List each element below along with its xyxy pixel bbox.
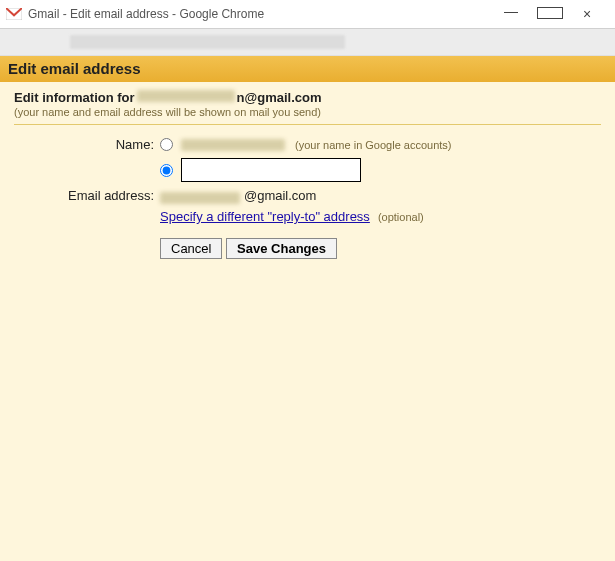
name-use-custom-radio[interactable] xyxy=(160,164,173,177)
page-header: Edit email address xyxy=(0,56,615,82)
window-titlebar: Gmail - Edit email address - Google Chro… xyxy=(0,0,615,29)
edit-info-line: Edit information for n@gmail.com xyxy=(14,90,601,105)
custom-name-input[interactable] xyxy=(181,158,361,182)
redacted-email-user xyxy=(137,90,235,102)
edit-info-prefix: Edit information for xyxy=(14,90,135,105)
edit-info-email-suffix: n@gmail.com xyxy=(237,90,322,105)
save-changes-button[interactable]: Save Changes xyxy=(226,238,337,259)
gmail-icon xyxy=(6,8,22,20)
name-use-google-radio[interactable] xyxy=(160,138,173,151)
window-title: Gmail - Edit email address - Google Chro… xyxy=(28,7,499,21)
browser-toolbar xyxy=(0,29,615,56)
page-title: Edit email address xyxy=(8,60,141,77)
cancel-button[interactable]: Cancel xyxy=(160,238,222,259)
section-separator xyxy=(14,124,601,125)
name-field-label: Name: xyxy=(14,137,154,152)
reply-to-optional-hint: (optional) xyxy=(378,211,424,223)
window-minimize-button[interactable] xyxy=(499,6,523,22)
google-account-name-redacted xyxy=(181,139,285,151)
window-maximize-button[interactable] xyxy=(537,6,561,22)
email-user-redacted xyxy=(160,192,240,204)
email-field-label: Email address: xyxy=(14,188,154,203)
edit-info-hint: (your name and email address will be sho… xyxy=(14,106,601,118)
email-static-suffix: @gmail.com xyxy=(244,188,316,203)
window-close-button[interactable]: × xyxy=(575,6,599,22)
specify-reply-to-link[interactable]: Specify a different "reply-to" address xyxy=(160,209,370,224)
google-name-hint: (your name in Google accounts) xyxy=(295,139,452,151)
page-body: Edit information for n@gmail.com (your n… xyxy=(0,82,615,561)
